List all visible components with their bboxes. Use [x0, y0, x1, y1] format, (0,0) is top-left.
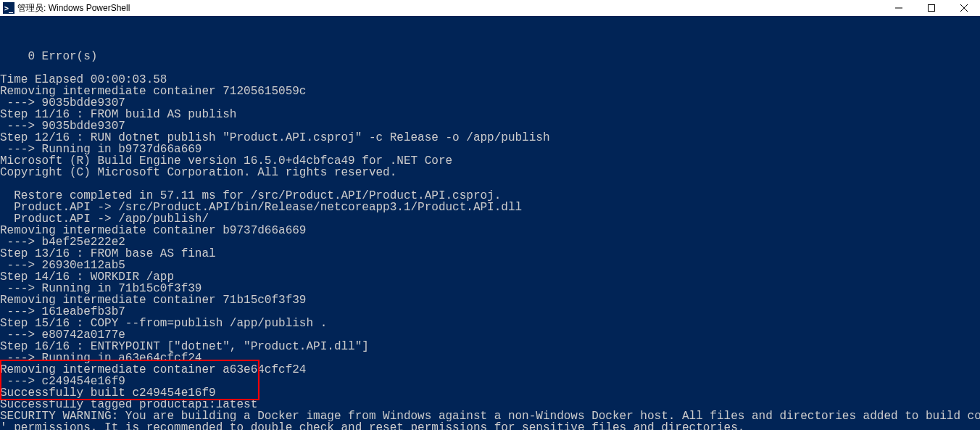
terminal-line: ---> c249454e16f9 — [0, 376, 980, 387]
terminal-line: Product.API -> /app/publish/ — [0, 213, 980, 225]
terminal-line — [0, 178, 980, 190]
close-icon — [960, 4, 968, 12]
terminal-line: ---> Running in a63e64cfcf24 — [0, 352, 980, 364]
powershell-icon: >_ — [3, 2, 14, 14]
terminal-line: ---> 9035bdde9307 — [0, 97, 980, 109]
terminal-line: Successfully tagged productapi:latest — [0, 399, 980, 410]
terminal-line: Microsoft (R) Build Engine version 16.5.… — [0, 155, 980, 167]
terminal-line: Step 12/16 : RUN dotnet publish "Product… — [0, 132, 980, 144]
terminal-line: ---> 161eabefb3b7 — [0, 306, 980, 318]
terminal-line: ' permissions. It is recommended to doub… — [0, 422, 980, 430]
terminal-line: ---> Running in b9737d66a669 — [0, 144, 980, 155]
maximize-button[interactable] — [915, 0, 947, 16]
window-title: 管理员: Windows PowerShell — [17, 2, 130, 15]
terminal-line: ---> e80742a0177e — [0, 329, 980, 341]
terminal-line: Step 16/16 : ENTRYPOINT ["dotnet", "Prod… — [0, 341, 980, 352]
terminal-line: Restore completed in 57.11 ms for /src/P… — [0, 190, 980, 202]
terminal-line: SECURITY WARNING: You are building a Doc… — [0, 410, 980, 422]
terminal-line: ---> b4ef25e222e2 — [0, 236, 980, 248]
powershell-window: >_ 管理员: Windows PowerShell 0 Error(s) Ti… — [0, 0, 980, 430]
terminal-line: Step 11/16 : FROM build AS publish — [0, 109, 980, 120]
svg-rect-1 — [928, 5, 934, 12]
titlebar[interactable]: >_ 管理员: Windows PowerShell — [0, 0, 980, 16]
terminal-line: Step 14/16 : WORKDIR /app — [0, 271, 980, 283]
terminal-line: Copyright (C) Microsoft Corporation. All… — [0, 167, 980, 178]
maximize-icon — [928, 4, 935, 12]
terminal-line: Removing intermediate container 71b15c0f… — [0, 294, 980, 306]
terminal-line: ---> 26930e112ab5 — [0, 260, 980, 271]
terminal-line: Removing intermediate container a63e64cf… — [0, 364, 980, 376]
terminal-line — [0, 62, 980, 74]
terminal-line: Step 15/16 : COPY --from=publish /app/pu… — [0, 318, 980, 329]
close-button[interactable] — [947, 0, 980, 16]
terminal-line: Removing intermediate container b9737d66… — [0, 225, 980, 236]
window-controls — [882, 0, 980, 16]
terminal-line: Product.API -> /src/Product.API/bin/Rele… — [0, 202, 980, 213]
terminal-line: Successfully built c249454e16f9 — [0, 387, 980, 399]
terminal-output[interactable]: 0 Error(s) Time Elapsed 00:00:03.58Remov… — [0, 16, 980, 430]
terminal-line: ---> Running in 71b15c0f3f39 — [0, 283, 980, 294]
terminal-line: ---> 9035bdde9307 — [0, 120, 980, 132]
terminal-line: Removing intermediate container 71205615… — [0, 86, 980, 97]
terminal-line: Step 13/16 : FROM base AS final — [0, 248, 980, 260]
minimize-icon — [895, 4, 902, 12]
minimize-button[interactable] — [882, 0, 915, 16]
terminal-line: 0 Error(s) — [0, 51, 980, 62]
terminal-line: Time Elapsed 00:00:03.58 — [0, 74, 980, 86]
